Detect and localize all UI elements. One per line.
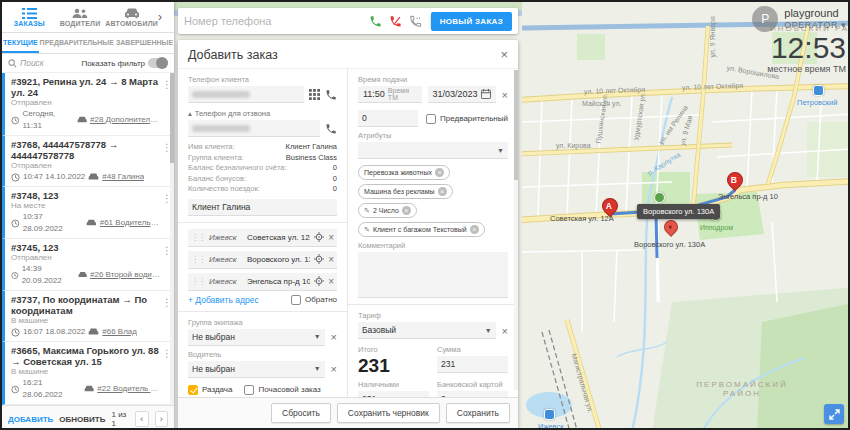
order-item[interactable]: #3768, 444447578778 → 444447578778 Отпра…: [2, 136, 174, 187]
order-item[interactable]: #3665, Максима Горького ул. 88 → Советск…: [2, 342, 174, 405]
phone-icon[interactable]: [325, 123, 337, 135]
chip-remove-icon[interactable]: ×: [470, 225, 479, 234]
sum-input[interactable]: 231: [437, 356, 508, 373]
hourly-order-checkbox[interactable]: Почасовой заказ: [244, 385, 320, 395]
avatar[interactable]: P: [752, 6, 778, 32]
driver-link[interactable]: #61 Водитель101: [100, 217, 162, 229]
remove-address-icon[interactable]: ×: [328, 254, 334, 265]
subtab-current[interactable]: ТЕКУЩИЕ: [2, 33, 39, 53]
tab-orders[interactable]: ЗАКАЗЫ: [4, 6, 55, 32]
call-end-icon[interactable]: [389, 15, 402, 28]
attribute-chip[interactable]: Перевозка животных×: [358, 165, 450, 180]
chip-remove-icon[interactable]: ×: [402, 206, 411, 215]
client-phone-input[interactable]: [188, 86, 304, 103]
page-next-button[interactable]: ›: [155, 411, 168, 427]
search-input[interactable]: Поиск: [8, 58, 78, 68]
driver-link[interactable]: #26 Второй водитель 3…: [90, 269, 162, 281]
callback-phone-input[interactable]: [188, 120, 320, 137]
crosshair-icon[interactable]: [314, 232, 324, 242]
crosshair-icon[interactable]: [314, 254, 324, 264]
clear-tariff-icon[interactable]: ×: [502, 325, 508, 337]
tariff-label: Тариф: [358, 311, 508, 320]
stadium-poi-icon[interactable]: [654, 192, 665, 203]
save-draft-button[interactable]: Сохранить черновик: [337, 403, 440, 423]
close-icon[interactable]: ×: [500, 50, 508, 60]
attributes-select[interactable]: ▼: [358, 142, 508, 159]
map-expand-button[interactable]: [824, 404, 844, 424]
filter-label: Показать фильтр: [81, 59, 145, 68]
mall-poi-icon[interactable]: [813, 85, 824, 96]
drag-handle-icon[interactable]: ⋮⋮: [191, 233, 205, 242]
clear-driver-icon[interactable]: ×: [331, 363, 337, 375]
driver-link[interactable]: #48 Галина: [102, 171, 144, 183]
return-checkbox[interactable]: Обратно: [291, 295, 337, 305]
redacted-phone: [192, 91, 250, 98]
order-item[interactable]: #3737, По координатам → По координатам В…: [2, 291, 174, 342]
order-item[interactable]: #3921, Репина ул. 24 → 8 Марта ул. 24 От…: [2, 73, 174, 136]
driver-link[interactable]: #66 Влад: [102, 326, 137, 338]
subtab-completed[interactable]: ЗАВЕРШЕННЫЕ: [115, 33, 174, 53]
attributes-label: Атрибуты: [358, 131, 508, 140]
driver-select[interactable]: Не выбран▼: [188, 361, 325, 378]
chip-remove-icon[interactable]: ×: [438, 187, 447, 196]
form-footer: Сбросить Сохранить черновик Сохранить: [178, 397, 518, 428]
user-role: OPERATOR: [784, 20, 838, 30]
crew-group-select[interactable]: Не выбран▼: [188, 329, 325, 346]
phone-toolbar: НОВЫЙ ЗАКАЗ: [178, 8, 518, 34]
chip-remove-icon[interactable]: ×: [435, 168, 444, 177]
refresh-button[interactable]: ОБНОВИТЬ: [59, 415, 105, 424]
crosshair-icon[interactable]: [314, 276, 324, 286]
order-list-scrollbar[interactable]: [170, 73, 174, 405]
pickup-time-input[interactable]: 11:50 Время ТМ: [358, 86, 422, 103]
calendar-icon[interactable]: [481, 89, 491, 99]
driver-link[interactable]: #22 Водитель 1 ГЗ: [97, 383, 162, 395]
preliminary-checkbox[interactable]: Предварительный: [426, 114, 508, 124]
pickup-date-input[interactable]: 31/03/2023: [428, 86, 496, 103]
address-row[interactable]: ⋮⋮ Ижевск Воровского ул. 130А ×: [188, 251, 337, 269]
user-info[interactable]: playground OPERATOR ▾: [784, 7, 846, 31]
phone-number-input[interactable]: [184, 15, 369, 27]
save-button[interactable]: Сохранить: [446, 403, 510, 423]
remove-address-icon[interactable]: ×: [328, 232, 334, 243]
edit-pencil-icon: ✎: [364, 207, 370, 215]
page-prev-button[interactable]: ‹: [135, 411, 148, 427]
add-address-link[interactable]: + Добавить адрес: [188, 295, 259, 305]
distribution-checkbox[interactable]: Раздача: [188, 385, 232, 395]
reset-button[interactable]: Сбросить: [271, 403, 331, 423]
order-item[interactable]: #3748, 123 На месте 10:37 28.09.2022#61 …: [2, 187, 174, 239]
client-name-input[interactable]: Клиент Галина: [188, 199, 337, 216]
attribute-chip[interactable]: ✎Клиент с багажом Текстовый×: [358, 222, 485, 237]
car-icon: [86, 219, 97, 227]
tab-drivers[interactable]: ВОДИТЕЛИ: [55, 6, 106, 32]
new-order-button[interactable]: НОВЫЙ ЗАКАЗ: [431, 12, 512, 31]
phone-icon[interactable]: [325, 89, 337, 101]
form-scrollbar[interactable]: [514, 70, 518, 390]
dialpad-icon[interactable]: [309, 89, 320, 100]
offset-input[interactable]: 0: [358, 110, 418, 127]
drag-handle-icon[interactable]: ⋮⋮: [191, 255, 205, 264]
checkbox-unchecked: [426, 114, 436, 124]
station-poi-icon[interactable]: [544, 409, 555, 420]
attribute-chip[interactable]: Машина без рекламы×: [358, 184, 453, 199]
tariff-select[interactable]: Базовый▼: [358, 322, 496, 339]
callback-phone-section-toggle[interactable]: ▴ Телефон для отзвона: [188, 109, 337, 118]
add-order-button[interactable]: ДОБАВИТЬ: [8, 415, 53, 424]
clear-date-icon[interactable]: ×: [502, 89, 508, 101]
callback-icon[interactable]: [409, 15, 422, 28]
remove-address-icon[interactable]: ×: [328, 276, 334, 287]
filter-toggle[interactable]: [148, 58, 168, 68]
chevron-down-icon: ▼: [485, 327, 492, 334]
comment-textarea[interactable]: [358, 252, 508, 298]
clear-crew-group-icon[interactable]: ×: [331, 331, 337, 343]
order-list: #3921, Репина ул. 24 → 8 Марта ул. 24 От…: [2, 73, 174, 405]
call-icon[interactable]: [369, 15, 382, 28]
attribute-chip[interactable]: ✎2 Число×: [358, 203, 417, 218]
order-item[interactable]: #3745, 123 Отправлен 14:39 20.09.2022#26…: [2, 239, 174, 291]
driver-link[interactable]: #28 Дополнительный вод…: [90, 114, 162, 126]
subtab-preliminary[interactable]: ПРЕДВАРИТЕЛЬНЫЕ: [39, 33, 115, 53]
tab-vehicles[interactable]: АВТОМОБИЛИ: [105, 6, 158, 32]
drag-handle-icon[interactable]: ⋮⋮: [191, 277, 205, 286]
address-row[interactable]: ⋮⋮ Ижевск Энгельса пр-д 10 ×: [188, 273, 337, 291]
nav-more-chevron[interactable]: ›: [158, 10, 172, 28]
address-row[interactable]: ⋮⋮ Ижевск Советская ул. 12А ×: [188, 229, 337, 247]
